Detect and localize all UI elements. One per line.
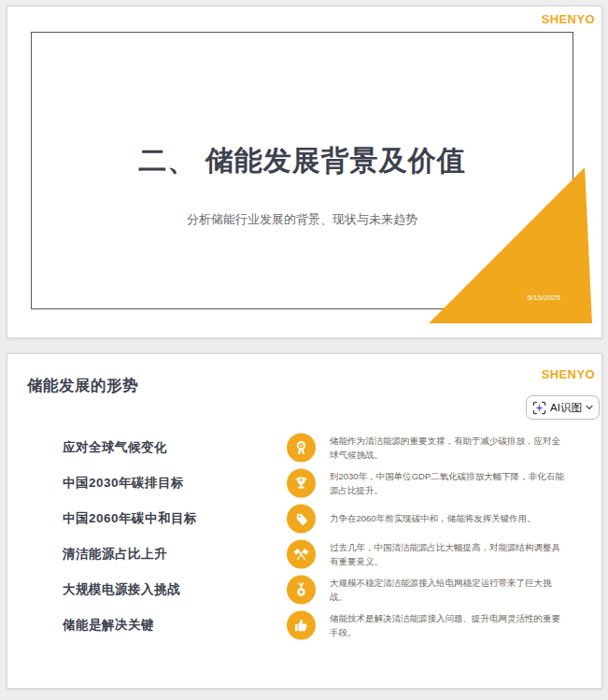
feature-description: 力争在2060年前实现碳中和，储能将发挥关键作用。 [330, 512, 565, 526]
trophy-icon [287, 469, 316, 498]
feature-description: 储能作为清洁能源的重要支撑，有助于减少碳排放，应对全球气候挑战。 [330, 435, 565, 462]
slide-1[interactable]: SHENYO 二、 储能发展背景及价值 分析储能行业发展的背景、现状与未来趋势 … [7, 6, 602, 338]
brand-logo: SHENYO [542, 367, 595, 381]
slide1-date: 5/15/2025 [493, 293, 560, 302]
feature-label: 中国2030年碳排目标 [63, 475, 184, 492]
feature-description: 大规模不稳定清洁能源接入给电网稳定运行带来了巨大挑战。 [330, 577, 565, 604]
thumbs-up-icon [287, 611, 316, 640]
feature-row: 储能是解决关键 储能技术是解决清洁能源接入问题、提升电网灵活性的重要手段。 [7, 607, 601, 643]
feature-row: 中国2030年碳排目标 到2030年，中国单位GDP二氧化碳排放大幅下降，非化石… [7, 465, 601, 501]
crossed-flags-icon [287, 540, 316, 569]
ai-recognize-button[interactable]: AI识图 [526, 395, 600, 420]
feature-label: 大规模电源接入挑战 [63, 581, 180, 598]
slide1-subtitle: 分析储能行业发展的背景、现状与未来趋势 [31, 211, 573, 228]
price-tag-icon [287, 505, 316, 534]
slide1-title: 二、 储能发展背景及价值 [31, 143, 573, 179]
feature-row: 大规模电源接入挑战 大规模不稳定清洁能源接入给电网稳定运行带来了巨大挑战。 [7, 572, 601, 607]
feature-row: 应对全球气候变化 储能作为清洁能源的重要支撑，有助于减少碳排放，应对全球气候挑战… [7, 430, 601, 465]
medal-star-icon [287, 576, 316, 605]
slide-2[interactable]: SHENYO 储能发展的形势 AI识图 应对 [7, 353, 602, 689]
brand-logo: SHENYO [542, 12, 595, 26]
feature-row: 清洁能源占比上升 过去几年，中国清洁能源占比大幅提高，对 [7, 536, 601, 572]
ai-button-label: AI识图 [550, 401, 582, 415]
slide2-title: 储能发展的形势 [27, 376, 138, 396]
feature-label: 中国2060年碳中和目标 [63, 510, 197, 527]
feature-label: 清洁能源占比上升 [63, 546, 167, 563]
chevron-down-icon [586, 405, 593, 410]
feature-label: 应对全球气候变化 [63, 439, 167, 456]
feature-description: 到2030年，中国单位GDP二氧化碳排放大幅下降，非化石能源占比提升。 [330, 470, 565, 497]
award-rosette-icon [287, 434, 316, 463]
feature-label: 储能是解决关键 [63, 617, 154, 634]
feature-description: 过去几年，中国清洁能源占比大幅提高，对能源结构调整具有重要意义。 [330, 541, 565, 568]
ai-scan-sparkle-icon [532, 401, 546, 415]
feature-description: 储能技术是解决清洁能源接入问题、提升电网灵活性的重要手段。 [330, 612, 565, 639]
feature-row: 中国2060年碳中和目标 力争在2060年前实现碳中和，储能将发挥关键作用。 [7, 501, 601, 536]
